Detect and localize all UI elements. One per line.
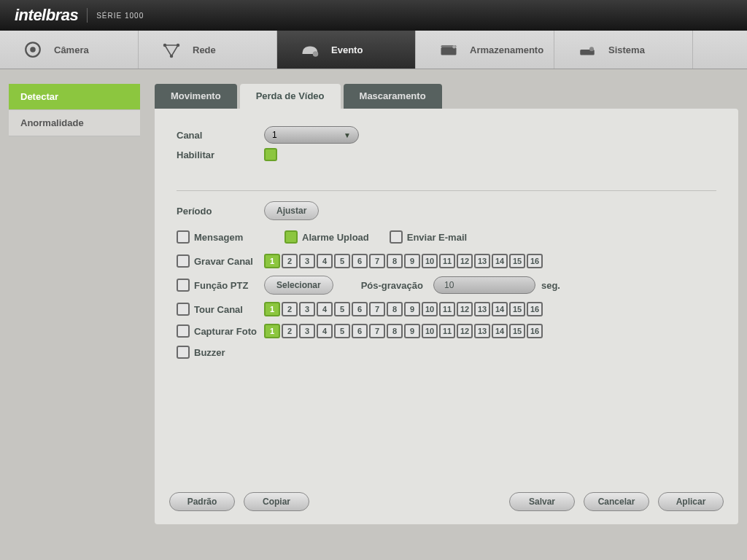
channel-toggle[interactable]: 12 xyxy=(457,324,473,338)
channel-toggle[interactable]: 9 xyxy=(404,324,420,338)
nav-event[interactable]: Evento xyxy=(277,31,416,69)
channel-toggle[interactable]: 1 xyxy=(264,324,280,338)
channel-toggle[interactable]: 8 xyxy=(387,254,403,268)
channel-toggle[interactable]: 6 xyxy=(352,324,368,338)
channel-toggle[interactable]: 2 xyxy=(282,254,298,268)
channel-toggle[interactable]: 5 xyxy=(334,302,350,316)
channel-select-value: 1 xyxy=(272,130,277,140)
default-button[interactable]: Padrão xyxy=(169,492,235,511)
svg-point-5 xyxy=(313,51,319,57)
nav-network[interactable]: Rede xyxy=(139,31,277,69)
channel-toggle[interactable]: 11 xyxy=(439,254,455,268)
channel-toggle[interactable]: 10 xyxy=(422,254,438,268)
post-record-input[interactable] xyxy=(433,276,535,294)
channel-toggle[interactable]: 1 xyxy=(264,254,280,268)
channel-toggle[interactable]: 11 xyxy=(439,324,455,338)
apply-button[interactable]: Aplicar xyxy=(658,492,724,511)
enable-label: Habilitar xyxy=(177,149,264,160)
adjust-button[interactable]: Ajustar xyxy=(264,201,319,220)
nav-system-label: Sistema xyxy=(608,44,645,55)
nav-event-label: Evento xyxy=(331,44,363,55)
channel-select[interactable]: 1 ▼ xyxy=(264,126,359,144)
buzzer-checkbox[interactable] xyxy=(177,346,190,359)
svg-point-3 xyxy=(177,44,180,47)
message-checkbox[interactable] xyxy=(177,230,190,244)
channel-toggle[interactable]: 4 xyxy=(317,254,333,268)
ptz-select-button[interactable]: Selecionar xyxy=(264,276,333,295)
channel-toggle[interactable]: 5 xyxy=(334,324,350,338)
record-channel-row: 12345678910111213141516 xyxy=(264,254,543,268)
sidebar-item-abnormality[interactable]: Anormalidade xyxy=(9,110,140,136)
sidebar-item-detect[interactable]: Detectar xyxy=(9,84,140,110)
send-email-label: Enviar E-mail xyxy=(407,232,467,243)
channel-toggle[interactable]: 8 xyxy=(387,324,403,338)
channel-toggle[interactable]: 12 xyxy=(457,302,473,316)
channel-toggle[interactable]: 12 xyxy=(457,254,473,268)
channel-toggle[interactable]: 1 xyxy=(264,302,280,316)
channel-toggle[interactable]: 3 xyxy=(299,324,315,338)
channel-toggle[interactable]: 15 xyxy=(509,254,525,268)
channel-toggle[interactable]: 13 xyxy=(474,302,490,316)
channel-toggle[interactable]: 4 xyxy=(317,324,333,338)
nav-storage[interactable]: Armazenamento xyxy=(416,31,554,69)
send-email-checkbox[interactable] xyxy=(390,230,403,244)
channel-toggle[interactable]: 13 xyxy=(474,254,490,268)
snapshot-label: Capturar Foto xyxy=(194,326,257,337)
channel-toggle[interactable]: 8 xyxy=(387,302,403,316)
ptz-checkbox[interactable] xyxy=(177,279,190,292)
sidebar: Detectar Anormalidade xyxy=(9,84,140,524)
nav-camera[interactable]: Câmera xyxy=(0,31,139,69)
channel-toggle[interactable]: 7 xyxy=(369,324,385,338)
channel-toggle[interactable]: 16 xyxy=(527,254,543,268)
panel: Canal 1 ▼ Habilitar Período Ajustar Mens… xyxy=(155,109,738,524)
cancel-button[interactable]: Cancelar xyxy=(584,492,649,511)
network-icon xyxy=(160,39,182,61)
post-record-label: Pós-gravação xyxy=(361,280,423,291)
channel-toggle[interactable]: 13 xyxy=(474,324,490,338)
enable-checkbox[interactable] xyxy=(264,148,277,161)
tour-channel-checkbox[interactable] xyxy=(177,303,190,316)
channel-toggle[interactable]: 7 xyxy=(369,302,385,316)
tour-channel-row: 12345678910111213141516 xyxy=(264,302,543,316)
nav-system[interactable]: Sistema xyxy=(554,31,693,69)
channel-toggle[interactable]: 5 xyxy=(334,254,350,268)
camera-icon xyxy=(22,39,44,61)
buzzer-label: Buzzer xyxy=(194,347,225,358)
tab-videoloss[interactable]: Perda de Vídeo xyxy=(240,84,341,109)
channel-toggle[interactable]: 16 xyxy=(527,324,543,338)
channel-toggle[interactable]: 10 xyxy=(422,324,438,338)
record-channel-checkbox[interactable] xyxy=(177,254,190,268)
channel-toggle[interactable]: 15 xyxy=(509,324,525,338)
period-label: Período xyxy=(177,206,264,217)
channel-toggle[interactable]: 6 xyxy=(352,254,368,268)
channel-toggle[interactable]: 7 xyxy=(369,254,385,268)
ptz-label: Função PTZ xyxy=(194,280,248,291)
channel-toggle[interactable]: 14 xyxy=(492,302,508,316)
channel-toggle[interactable]: 2 xyxy=(282,302,298,316)
channel-toggle[interactable]: 16 xyxy=(527,302,543,316)
copy-button[interactable]: Copiar xyxy=(244,492,309,511)
channel-toggle[interactable]: 6 xyxy=(352,302,368,316)
save-button[interactable]: Salvar xyxy=(509,492,575,511)
channel-toggle[interactable]: 4 xyxy=(317,302,333,316)
storage-icon xyxy=(438,39,460,61)
svg-point-2 xyxy=(163,44,167,47)
channel-toggle[interactable]: 10 xyxy=(422,302,438,316)
snapshot-channel-row: 12345678910111213141516 xyxy=(264,324,543,338)
channel-toggle[interactable]: 15 xyxy=(509,302,525,316)
svg-rect-6 xyxy=(441,47,457,55)
svg-point-8 xyxy=(452,45,456,49)
channel-toggle[interactable]: 2 xyxy=(282,324,298,338)
snapshot-checkbox[interactable] xyxy=(177,324,190,338)
channel-toggle[interactable]: 9 xyxy=(404,302,420,316)
channel-toggle[interactable]: 11 xyxy=(439,302,455,316)
channel-toggle[interactable]: 14 xyxy=(492,254,508,268)
tab-motion[interactable]: Movimento xyxy=(155,84,237,109)
tab-masking[interactable]: Mascaramento xyxy=(344,84,442,109)
alarm-upload-checkbox[interactable] xyxy=(285,230,298,244)
post-record-unit: seg. xyxy=(541,280,560,291)
channel-toggle[interactable]: 14 xyxy=(492,324,508,338)
channel-toggle[interactable]: 3 xyxy=(299,302,315,316)
channel-toggle[interactable]: 3 xyxy=(299,254,315,268)
channel-toggle[interactable]: 9 xyxy=(404,254,420,268)
